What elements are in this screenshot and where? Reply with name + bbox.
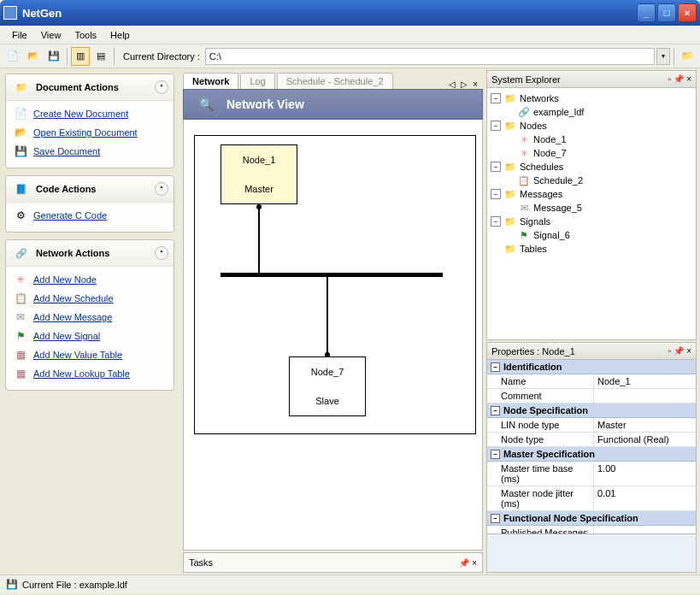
lookup-table-icon: ▦: [13, 367, 28, 380]
minimize-button[interactable]: _: [637, 3, 656, 22]
menu-help[interactable]: Help: [103, 28, 137, 42]
browse-button[interactable]: 📁: [678, 47, 697, 66]
prop-row-master-timebase[interactable]: Master time base (ms)1.00: [487, 462, 696, 486]
network-icon: 🔗: [517, 106, 531, 118]
message-icon: ✉: [13, 310, 28, 324]
add-new-signal[interactable]: ⚑Add New Signal: [11, 327, 168, 345]
tree-nodes[interactable]: −📁Nodes: [489, 119, 694, 133]
pane-pin[interactable]: 📌: [674, 346, 684, 356]
diagram-node-slave[interactable]: Node_7 Slave: [289, 356, 366, 416]
tree-toggle[interactable]: −: [491, 189, 501, 199]
menu-bar: File View Tools Help: [0, 26, 700, 44]
connector-line: [326, 276, 328, 356]
prop-row-name[interactable]: NameNode_1: [487, 374, 696, 389]
add-new-node[interactable]: ✳Add New Node: [11, 270, 168, 289]
collapse-button[interactable]: ˄: [155, 246, 168, 260]
prop-row-comment[interactable]: Comment: [487, 389, 696, 404]
collapse-button[interactable]: ˄: [155, 182, 168, 196]
tree-toggle[interactable]: −: [491, 121, 501, 131]
add-new-value-table[interactable]: ▦Add New Value Table: [11, 345, 168, 364]
prop-cat-funcspec[interactable]: −Functional Node Specification: [487, 511, 696, 526]
new-doc-button[interactable]: 📄: [3, 47, 22, 66]
tab-schedule[interactable]: Schedule - Schedule_2: [277, 73, 393, 89]
properties-title: Properties : Node_1: [491, 346, 668, 356]
collapse-button[interactable]: ˄: [155, 80, 168, 94]
status-current-file: Current File : example.ldf: [22, 580, 127, 590]
prop-cat-masterspec[interactable]: −Master Specification: [487, 447, 696, 462]
create-new-document[interactable]: 📄Create New Document: [11, 104, 168, 123]
prop-row-lin-type[interactable]: LIN node typeMaster: [487, 418, 696, 433]
tasks-pin[interactable]: 📌: [459, 558, 469, 568]
current-dir-input[interactable]: [205, 48, 655, 65]
prop-cat-identification[interactable]: −Identification: [487, 360, 696, 374]
tree-networks[interactable]: −📁Networks: [489, 91, 694, 105]
menu-file[interactable]: File: [5, 28, 34, 42]
layout-button-1[interactable]: ▥: [71, 47, 90, 66]
current-dir-dropdown[interactable]: ▾: [656, 48, 670, 65]
tree-message-5[interactable]: ✉Message_5: [489, 201, 694, 215]
maximize-button[interactable]: □: [657, 3, 676, 22]
tree-tables[interactable]: 📁Tables: [489, 242, 694, 256]
prop-row-node-type[interactable]: Node typeFunctional (Real): [487, 433, 696, 447]
pane-window-pos[interactable]: ▫: [668, 346, 672, 356]
tasks-close[interactable]: ×: [472, 558, 477, 568]
open-icon: 📂: [13, 126, 28, 139]
generate-c-code[interactable]: ⚙Generate C Code: [11, 206, 168, 225]
tree-toggle[interactable]: −: [491, 162, 501, 172]
right-column: System Explorer ▫📌× −📁Networks 🔗example_…: [486, 68, 700, 574]
open-doc-button[interactable]: 📂: [24, 47, 43, 66]
network-actions-title: Network Actions: [36, 248, 155, 258]
tree-node-7[interactable]: ✳Node_7: [489, 146, 694, 160]
pane-pin[interactable]: 📌: [674, 74, 684, 84]
tab-network[interactable]: Network: [183, 73, 238, 89]
menu-view[interactable]: View: [34, 28, 68, 42]
save-doc-button[interactable]: 💾: [44, 47, 63, 66]
prop-row-master-jitter[interactable]: Master node jitter (ms)0.01: [487, 486, 696, 511]
schedule-icon: 📋: [13, 292, 28, 305]
tree-example-ldf[interactable]: 🔗example_ldf: [489, 105, 694, 119]
collapse-icon[interactable]: −: [491, 362, 500, 372]
collapse-icon[interactable]: −: [491, 450, 500, 459]
menu-tools[interactable]: Tools: [68, 28, 103, 42]
folder-icon: 📁: [503, 243, 517, 255]
document-actions-panel: 📁 Document Actions ˄ 📄Create New Documen…: [5, 74, 174, 168]
add-new-message[interactable]: ✉Add New Message: [11, 308, 168, 327]
signal-icon: ⚑: [13, 329, 28, 343]
add-new-schedule[interactable]: 📋Add New Schedule: [11, 289, 168, 308]
diagram-node-master[interactable]: Node_1 Master: [221, 144, 297, 204]
tree-schedules[interactable]: −📁Schedules: [489, 160, 694, 174]
node-icon: ✳: [517, 133, 531, 145]
diagram-area[interactable]: Node_1 Master Node_7 Slave: [183, 120, 483, 551]
tab-prev[interactable]: ◁: [447, 80, 457, 89]
tree-node-1[interactable]: ✳Node_1: [489, 133, 694, 146]
pane-close[interactable]: ×: [686, 346, 691, 356]
tree-signals[interactable]: −📁Signals: [489, 215, 694, 228]
node-name: Node_1: [243, 155, 276, 165]
layout-button-2[interactable]: ▤: [91, 47, 110, 66]
tab-close[interactable]: ×: [471, 80, 479, 89]
collapse-icon[interactable]: −: [491, 514, 500, 523]
node-role: Master: [244, 184, 274, 194]
collapse-icon[interactable]: −: [491, 406, 500, 415]
tab-log[interactable]: Log: [240, 73, 274, 89]
tree-toggle[interactable]: −: [491, 216, 501, 227]
toolbar-separator: [674, 48, 674, 65]
save-icon: 💾: [5, 579, 19, 590]
tree-messages[interactable]: −📁Messages: [489, 187, 694, 201]
add-new-lookup-table[interactable]: ▦Add New Lookup Table: [11, 364, 168, 383]
folder-icon: 📁: [503, 188, 517, 200]
open-existing-document[interactable]: 📂Open Existing Document: [11, 123, 168, 142]
prop-cat-nodespec[interactable]: −Node Specification: [487, 404, 696, 418]
prop-row-published[interactable]: Published Messages: [487, 526, 696, 533]
tab-next[interactable]: ▷: [459, 80, 469, 89]
close-button[interactable]: ×: [678, 3, 697, 22]
tree-schedule-2[interactable]: 📋Schedule_2: [489, 174, 694, 187]
save-document[interactable]: 💾Save Document: [11, 142, 168, 161]
pane-window-pos[interactable]: ▫: [668, 74, 672, 84]
tasks-title: Tasks: [189, 557, 459, 568]
save-icon: 💾: [13, 144, 28, 158]
pane-close[interactable]: ×: [686, 74, 691, 84]
tree-toggle[interactable]: −: [491, 93, 501, 103]
tree-signal-6[interactable]: ⚑Signal_6: [489, 228, 694, 242]
folder-icon: 📁: [503, 161, 517, 173]
